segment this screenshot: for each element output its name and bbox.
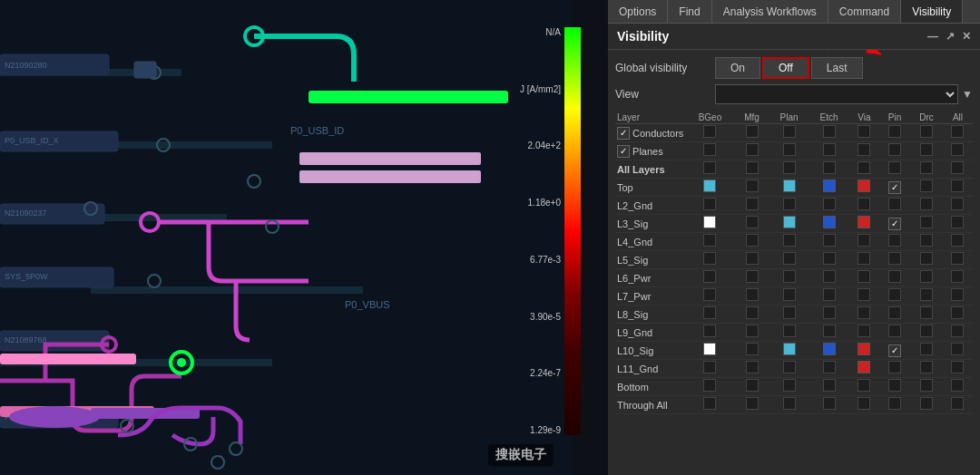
tab-command[interactable]: Command <box>828 0 901 23</box>
col-header-drc: Drc <box>910 111 943 124</box>
cell-check[interactable] <box>888 218 901 230</box>
layer-row-l9gnd: L9_Gnd <box>615 324 973 342</box>
cell[interactable] <box>703 125 716 138</box>
svg-rect-22 <box>309 91 508 103</box>
col-header-via: Via <box>849 111 880 124</box>
cell[interactable] <box>823 125 836 138</box>
cell-color[interactable] <box>823 216 836 228</box>
cell[interactable] <box>951 143 964 156</box>
cell[interactable] <box>858 125 870 138</box>
view-dropdown[interactable] <box>715 84 958 104</box>
conductors-checkbox[interactable] <box>617 127 630 140</box>
panel-close-button[interactable]: ✕ <box>962 30 971 43</box>
cell-color[interactable] <box>858 216 870 228</box>
layer-row-l5sig: L5_Sig <box>615 251 973 269</box>
cell[interactable] <box>920 198 933 210</box>
panel-minimize-button[interactable]: — <box>927 30 938 43</box>
visibility-on-button[interactable]: On <box>715 57 760 79</box>
svg-text:N21089768: N21089768 <box>5 335 47 344</box>
visibility-button-group: On Off Last <box>715 57 863 79</box>
tab-visibility[interactable]: Visibility <box>901 0 963 23</box>
cell-color[interactable] <box>858 343 870 355</box>
cell[interactable] <box>920 161 933 174</box>
cell[interactable] <box>951 161 964 174</box>
tab-bar: Options Find Analysis Workflows Command … <box>608 0 980 24</box>
cell[interactable] <box>746 161 759 174</box>
cell[interactable] <box>858 198 870 210</box>
cell[interactable] <box>920 143 933 156</box>
colorbar-label-5: 2.24e-7 <box>520 368 561 378</box>
visibility-last-button[interactable]: Last <box>811 57 863 79</box>
pcb-canvas: N21090280 P0_USB_ID_X N21090237 SYS_5P0W… <box>0 0 572 475</box>
cell-color[interactable] <box>858 361 870 373</box>
tab-find[interactable]: Find <box>668 0 711 23</box>
cell[interactable] <box>703 161 716 174</box>
cell[interactable] <box>783 125 796 138</box>
colorbar-gradient <box>564 27 581 435</box>
view-dropdown-arrow[interactable]: ▼ <box>962 88 973 101</box>
svg-rect-44 <box>134 62 156 78</box>
col-header-bgeo: BGeo <box>685 111 734 124</box>
panel-restore-button[interactable]: ↗ <box>946 30 955 43</box>
colorbar <box>564 27 581 435</box>
cell[interactable] <box>858 161 870 174</box>
cell-color[interactable] <box>703 216 716 228</box>
cell[interactable] <box>703 198 716 210</box>
cell-color[interactable] <box>783 179 796 192</box>
cell[interactable] <box>888 198 901 210</box>
cell[interactable] <box>746 125 759 138</box>
cell-color[interactable] <box>703 179 716 192</box>
cell[interactable] <box>951 125 964 138</box>
cell[interactable] <box>888 125 901 138</box>
cell[interactable] <box>746 179 759 192</box>
cell-color[interactable] <box>823 343 836 355</box>
cell[interactable] <box>920 216 933 228</box>
all-layers-row: All Layers <box>615 160 973 179</box>
cell[interactable] <box>823 161 836 174</box>
cell[interactable] <box>783 143 796 156</box>
svg-rect-24 <box>299 170 481 183</box>
tab-analysis-workflows[interactable]: Analysis Workflows <box>712 0 828 23</box>
cell[interactable] <box>888 143 901 156</box>
colorbar-label-6: 1.29e-9 <box>520 425 561 435</box>
cell-color[interactable] <box>783 216 796 228</box>
col-header-pin: Pin <box>879 111 910 124</box>
colorbar-labels: N/A J [A/mm2] 2.04e+2 1.18e+0 6.77e-3 3.… <box>520 27 561 435</box>
cell[interactable] <box>746 198 759 210</box>
colorbar-label-na: N/A <box>520 27 561 37</box>
cell[interactable] <box>951 216 964 228</box>
tab-options[interactable]: Options <box>608 0 668 23</box>
cell-check[interactable] <box>888 181 901 194</box>
cell[interactable] <box>783 198 796 210</box>
cell[interactable] <box>703 143 716 156</box>
cell[interactable] <box>823 143 836 156</box>
cell[interactable] <box>951 198 964 210</box>
cell[interactable] <box>823 198 836 210</box>
cell[interactable] <box>920 125 933 138</box>
col-header-all: All <box>943 111 973 124</box>
cell-color[interactable] <box>858 179 870 192</box>
layer-row-l6pwr: L6_Pwr <box>615 269 973 287</box>
global-visibility-row: Global visibility On Off Last <box>615 57 973 79</box>
cell-color[interactable] <box>783 343 796 355</box>
cell[interactable] <box>920 179 933 192</box>
cell[interactable] <box>858 143 870 156</box>
cell-color[interactable] <box>823 179 836 192</box>
svg-text:N21090237: N21090237 <box>5 208 47 218</box>
svg-text:SYS_5P0W: SYS_5P0W <box>5 272 48 281</box>
global-visibility-label: Global visibility <box>615 62 715 74</box>
cell[interactable] <box>888 161 901 174</box>
cell[interactable] <box>746 216 759 228</box>
layer-row-l10sig: L10_Sig <box>615 342 973 360</box>
cell-check[interactable] <box>888 344 901 357</box>
cell[interactable] <box>746 143 759 156</box>
planes-checkbox[interactable] <box>617 145 630 158</box>
cell[interactable] <box>783 161 796 174</box>
cell[interactable] <box>951 179 964 192</box>
svg-text:P0_USB_ID_X: P0_USB_ID_X <box>5 136 59 145</box>
cell-color[interactable] <box>703 343 716 355</box>
col-header-mfg: Mfg <box>735 111 769 124</box>
visibility-off-button[interactable]: Off <box>762 57 809 79</box>
svg-text:N21090280: N21090280 <box>5 61 47 70</box>
colorbar-label-unit: J [A/mm2] <box>520 84 561 94</box>
